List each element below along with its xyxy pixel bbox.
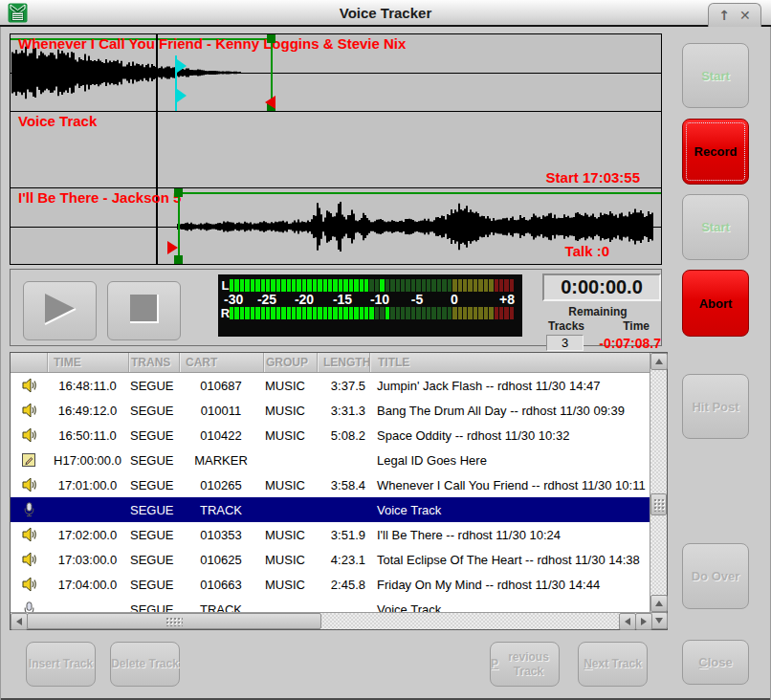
table-row[interactable]: SEGUETRACKVoice Track <box>11 597 650 612</box>
scroll-left-button-2[interactable] <box>619 613 636 630</box>
close-window-button[interactable]: ✕ <box>739 9 751 22</box>
meter-segment <box>452 307 456 319</box>
meter-segment <box>245 307 249 319</box>
vertical-scroll-thumb[interactable] <box>650 493 667 515</box>
scroll-up-button[interactable] <box>650 353 668 370</box>
cell-cart: TRACK <box>179 602 263 613</box>
column-header-group[interactable]: GROUP <box>263 353 317 372</box>
horizontal-scroll-thumb[interactable] <box>27 613 321 629</box>
cell-trans: SEGUE <box>128 602 179 613</box>
meter-segment <box>318 307 321 319</box>
meter-segment <box>287 279 291 292</box>
cell-time: 17:03:00.0 <box>47 553 128 567</box>
meter-segment <box>474 279 477 292</box>
meter-segment <box>375 307 379 319</box>
vertical-scrollbar[interactable] <box>650 353 667 629</box>
scroll-up-button-2[interactable] <box>650 595 668 612</box>
start-marker-handle-top[interactable] <box>174 188 183 197</box>
meter-segment <box>401 307 405 319</box>
record-button[interactable]: Record <box>682 119 749 185</box>
table-row[interactable]: 16:49:12.0SEGUE010011MUSIC3:31.3Bang The… <box>11 398 650 423</box>
meter-segment <box>281 279 285 292</box>
talk-marker-triangle-lower[interactable] <box>177 89 187 102</box>
table-row[interactable]: 17:01:00.0SEGUE010265MUSIC3:58.4Whenever… <box>11 472 650 497</box>
start-marker-handle-bottom[interactable] <box>174 255 183 264</box>
table-row[interactable]: H17:00:00.0SEGUEMARKERLegal ID Goes Here <box>11 448 650 472</box>
meter-segment <box>313 279 317 292</box>
track-panel-3[interactable]: I'll Be There - Jackson 5 Talk :0 <box>11 188 661 264</box>
next-track-button[interactable]: Next Track <box>578 642 648 687</box>
start-track1-button[interactable]: Start <box>682 43 749 108</box>
remaining-tracks-label: Tracks <box>548 319 584 333</box>
table-row[interactable]: 17:04:00.0SEGUE010663MUSIC2:45.8Friday O… <box>11 572 650 597</box>
close-button[interactable]: Close <box>682 640 749 685</box>
meter-segment <box>255 307 259 319</box>
thumb-grip <box>653 498 665 512</box>
track-panel-1[interactable]: Whenever I Call You Friend - Kenny Loggi… <box>11 34 661 111</box>
thumb-grip <box>165 617 183 626</box>
cell-title: Jumpin' Jack Flash -- rdhost 11/30 14:47 <box>369 379 650 393</box>
cell-trans: SEGUE <box>128 453 179 468</box>
abort-button[interactable]: Abort <box>682 270 749 337</box>
column-header-time[interactable]: TIME <box>47 353 128 372</box>
table-row[interactable]: 16:50:11.0SEGUE010422MUSIC5:08.2Space Od… <box>11 423 650 448</box>
meter-segment <box>266 307 270 319</box>
table-row[interactable]: 17:02:00.0SEGUE010353MUSIC3:51.9I'll Be … <box>11 522 650 547</box>
delete-track-button[interactable]: Delete Track <box>110 642 180 687</box>
start-track3-button[interactable]: Start <box>682 194 749 260</box>
do-over-button[interactable]: Do Over <box>682 543 749 609</box>
cell-cart: 010687 <box>179 379 263 393</box>
meter-segment <box>448 279 452 292</box>
cell-time: 16:48:11.0 <box>47 379 128 393</box>
segue-marker-handle-top[interactable] <box>267 34 275 43</box>
previous-track-button[interactable]: Previous Track <box>490 642 560 687</box>
cell-title: Legal ID Goes Here <box>369 453 650 468</box>
meter-segment <box>406 307 409 319</box>
meter-scale: -30-25-20-15-10-50+8 <box>230 292 515 307</box>
meter-segment <box>323 279 327 292</box>
scroll-left-button[interactable] <box>11 613 28 630</box>
record-button-label: Record <box>694 144 738 159</box>
fade-marker-triangle[interactable] <box>167 241 178 254</box>
column-header-trans[interactable]: TRANS <box>128 353 179 372</box>
titlebar[interactable]: Voice Tracker ↑ ✕ <box>0 0 771 27</box>
left-arrow-icon <box>625 618 630 625</box>
cell-cart: 010011 <box>179 404 263 418</box>
meter-scale-label: -30 <box>224 292 243 307</box>
table-row[interactable]: SEGUETRACKVoice Track <box>11 497 650 522</box>
column-header-title[interactable]: TITLE <box>369 353 650 372</box>
meter-segment <box>240 279 244 292</box>
scroll-right-button[interactable] <box>635 613 652 630</box>
play-button[interactable] <box>23 281 97 340</box>
meter-segment <box>276 279 280 292</box>
table-row[interactable]: 16:48:11.0SEGUE010687MUSIC3:37.5Jumpin' … <box>11 373 650 398</box>
column-header-cart[interactable]: CART <box>179 353 263 372</box>
meter-segment <box>484 307 488 319</box>
cell-trans: SEGUE <box>128 553 179 567</box>
table-row[interactable]: 17:03:00.0SEGUE010625MUSIC4:23.1Total Ec… <box>11 547 650 572</box>
hit-post-button[interactable]: Hit Post <box>682 374 749 439</box>
stop-button[interactable] <box>107 281 181 340</box>
start-marker-line[interactable] <box>178 188 180 264</box>
meter-segment <box>499 279 503 292</box>
horizontal-scrollbar[interactable] <box>11 612 651 629</box>
meter-segment <box>437 307 441 319</box>
insert-track-button[interactable]: Insert Track <box>26 642 96 687</box>
meter-segment <box>276 307 280 319</box>
cell-trans: SEGUE <box>128 578 179 592</box>
meter-segment <box>416 279 420 292</box>
column-header-icon[interactable] <box>11 353 47 372</box>
meter-segment <box>364 279 368 292</box>
meter-segment <box>234 307 238 319</box>
track-panel-2[interactable]: Voice Track Start 17:03:55 <box>11 112 661 188</box>
cell-group: MUSIC <box>263 553 317 567</box>
talk-marker-triangle-upper[interactable] <box>177 59 187 73</box>
fade-marker-triangle[interactable] <box>265 96 275 109</box>
meter-segment <box>448 307 452 319</box>
meter-segment <box>431 279 435 292</box>
shade-window-button[interactable]: ↑ <box>718 9 730 22</box>
scroll-down-button[interactable] <box>650 612 668 629</box>
meter-segment <box>380 279 384 292</box>
cell-cart: MARKER <box>179 453 263 468</box>
column-header-length[interactable]: LENGTH <box>317 353 369 372</box>
